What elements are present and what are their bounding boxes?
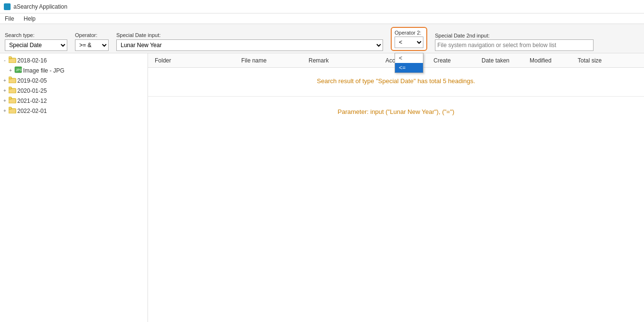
col-header-folder[interactable]: Folder xyxy=(151,57,237,64)
col-header-remark[interactable]: Remark xyxy=(305,57,382,64)
results-panel: Folder File name Remark Access Create Da… xyxy=(148,53,644,322)
svg-rect-9 xyxy=(9,97,12,99)
operator-label: Operator: xyxy=(75,32,109,38)
tree-item-2018[interactable]: - 2018-02-16 xyxy=(0,55,148,65)
operator2-dropdown: < <= xyxy=(395,53,423,73)
search-type-label: Search type: xyxy=(5,32,67,38)
menu-file[interactable]: File xyxy=(2,14,17,23)
operator-select[interactable]: >= & xyxy=(75,39,109,51)
special-date-select[interactable]: Lunar New Year xyxy=(116,39,383,51)
operator2-label: Operator 2: xyxy=(395,30,423,36)
operator2-select[interactable]: < xyxy=(395,37,423,48)
expand-2020: + xyxy=(2,88,8,93)
expand-2018: - xyxy=(2,58,8,63)
operator-group: Operator: >= & xyxy=(75,32,109,51)
menu-bar: File Help xyxy=(0,13,644,24)
svg-rect-7 xyxy=(9,87,12,89)
operator2-option-lt[interactable]: < xyxy=(395,53,423,63)
col-header-filename[interactable]: File name xyxy=(237,57,305,64)
tree-label-2022: 2022-02-01 xyxy=(17,108,47,114)
svg-text:JPG: JPG xyxy=(16,68,22,72)
tree-label-jpg: Image file - JPG xyxy=(23,67,64,74)
special-date2-label: Special Date 2nd input: xyxy=(435,33,639,38)
search-type-group: Search type: Special Date xyxy=(5,32,67,51)
col-header-datetaken[interactable]: Date taken xyxy=(478,57,526,64)
tree-label-2021: 2021-02-12 xyxy=(17,98,47,104)
operator2-box: Operator 2: < < <= xyxy=(391,27,427,51)
tree-label-2019: 2019-02-05 xyxy=(17,77,47,84)
expand-2021: + xyxy=(2,98,8,103)
main-content: - 2018-02-16 + JPG Image file - JPG + xyxy=(0,53,644,322)
result-parameter: Parameter: input ("Lunar New Year"), ("=… xyxy=(338,108,455,115)
tree-label-2020: 2020-01-25 xyxy=(17,87,47,94)
tree-item-2022[interactable]: + 2022-02-01 xyxy=(0,106,148,116)
folder-icon-2020 xyxy=(9,87,16,95)
expand-jpg: + xyxy=(8,68,13,73)
special-date-group: Special Date input: Lunar New Year xyxy=(116,32,383,51)
special-date-label: Special Date input: xyxy=(116,32,383,38)
menu-help[interactable]: Help xyxy=(21,14,38,23)
folder-icon-2018 xyxy=(9,56,16,64)
tree-item-2021[interactable]: + 2021-02-12 xyxy=(0,96,148,106)
tree-item-2020[interactable]: + 2020-01-25 xyxy=(0,86,148,96)
svg-rect-5 xyxy=(9,77,12,79)
tree-item-jpg[interactable]: + JPG Image file - JPG xyxy=(0,65,148,75)
folder-icon-2019 xyxy=(9,76,16,85)
result-message: Search result of type "Special Date" has… xyxy=(317,77,475,85)
app-icon xyxy=(4,3,11,10)
svg-rect-1 xyxy=(9,57,12,59)
col-header-modified[interactable]: Modified xyxy=(526,57,574,64)
tree-label-2018: 2018-02-16 xyxy=(17,57,47,64)
special-date2-input[interactable] xyxy=(435,39,594,51)
col-header-create[interactable]: Create xyxy=(430,57,478,64)
tree-item-2019[interactable]: + 2019-02-05 xyxy=(0,75,148,86)
tree-panel: - 2018-02-16 + JPG Image file - JPG + xyxy=(0,53,148,322)
expand-2022: + xyxy=(2,108,8,113)
special-date2-group: Special Date 2nd input: xyxy=(435,33,639,51)
expand-2019: + xyxy=(2,78,8,83)
title-bar: aSearchy Application xyxy=(0,0,644,13)
app-title: aSearchy Application xyxy=(13,3,67,10)
folder-icon-2021 xyxy=(9,97,16,105)
toolbar: Search type: Special Date Operator: >= &… xyxy=(0,24,644,53)
results-body: Search result of type "Special Date" has… xyxy=(148,68,644,322)
result-separator xyxy=(148,96,644,97)
col-header-totalsize[interactable]: Total size xyxy=(574,57,641,64)
operator2-option-lte[interactable]: <= xyxy=(395,63,423,73)
folder-icon-2022 xyxy=(9,107,16,115)
search-type-select[interactable]: Special Date xyxy=(5,39,67,51)
svg-rect-11 xyxy=(9,107,12,109)
image-icon-jpg: JPG xyxy=(14,66,22,74)
